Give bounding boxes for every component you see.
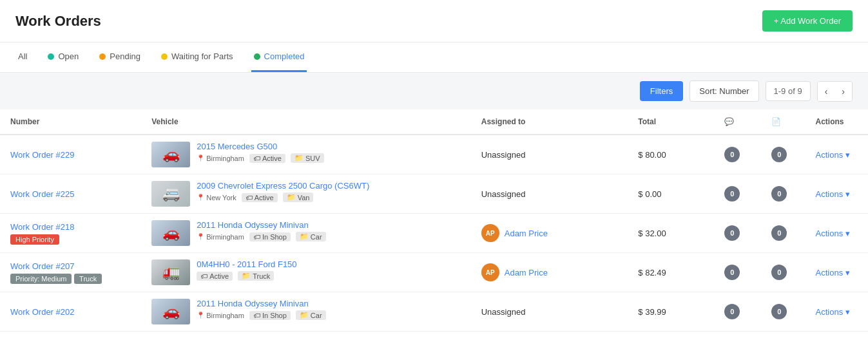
docs-cell: 0 (761, 174, 805, 214)
table-row: Work Order #218 High Priority 🚗 2011 Hon… (0, 214, 868, 253)
vehicle-name-link[interactable]: 2015 Mercedes G500 (197, 142, 323, 151)
priority-badge: High Priority (10, 234, 59, 245)
actions-link[interactable]: Actions ▾ (816, 150, 850, 160)
vehicle-type-icon: 🚗 (162, 146, 180, 163)
status-icon: 🏷 (253, 155, 260, 162)
total-cell: $ 0.00 (628, 174, 714, 214)
vehicle-cell: 🚛 0M4HH0 - 2011 Ford F150 🏷 Active 📁 Tru… (141, 253, 471, 292)
tab-bar: All Open Pending Waiting for Parts Compl… (0, 42, 868, 73)
tab-all[interactable]: All (15, 42, 30, 72)
comments-cell: 0 (714, 253, 761, 292)
assigned-cell: AP Adam Price (481, 224, 618, 242)
actions-link[interactable]: Actions ▾ (816, 229, 850, 238)
work-order-link[interactable]: Work Order #225 (10, 189, 131, 199)
tab-waiting-label: Waiting for Parts (171, 52, 233, 61)
vehicle-name-link[interactable]: 2011 Honda Odyssey Minivan (197, 220, 325, 230)
assigned-to-cell: Unassigned (471, 135, 628, 174)
total-cell: $ 420.00 (628, 332, 714, 339)
completed-dot (254, 53, 260, 60)
comments-count-badge: 0 (724, 265, 740, 280)
comments-count-badge: 0 (724, 186, 740, 202)
actions-cell: Actions ▾ (805, 292, 868, 332)
docs-count-badge: 0 (771, 265, 787, 280)
vehicle-thumbnail: 🚗 (151, 299, 190, 324)
docs-cell: 0 (761, 292, 805, 332)
assigned-to-cell: Unassigned (471, 174, 628, 214)
total-cell: $ 39.99 (628, 292, 714, 332)
vehicle-cell: 🚗 2011 Honda Odyssey Minivan 📍Birmingham… (141, 214, 471, 253)
work-orders-table-container: Number Vehicle Assigned to Total 💬 📄 Act… (0, 109, 868, 338)
work-order-link[interactable]: Work Order #202 (10, 307, 131, 317)
open-dot (48, 53, 54, 60)
vehicle-name-link[interactable]: 0M4HH0 - 2011 Ford F150 (197, 259, 296, 269)
actions-link[interactable]: Actions ▾ (816, 307, 850, 317)
actions-link[interactable]: Actions ▾ (816, 189, 850, 199)
vehicle-meta: 🏷 Active 📁 Truck (197, 271, 296, 281)
vehicle-type-icon: 🚗 (162, 303, 180, 320)
vehicle-cell: 🚗 2011 Honda Odyssey Minivan 📍Birmingham… (141, 292, 471, 332)
status-icon: 🏷 (200, 272, 207, 280)
assigned-to-cell: AP Adam Price (471, 214, 628, 253)
docs-count-badge: 0 (771, 304, 787, 319)
type-icon: 📁 (300, 311, 309, 319)
location-icon: 📍 (197, 233, 204, 240)
unassigned-label: Unassigned (481, 307, 526, 317)
work-order-link[interactable]: Work Order #207 (10, 261, 131, 271)
page-navigation: ‹ › (817, 81, 853, 102)
vehicle-thumbnail: 🚛 (151, 259, 190, 285)
work-order-link[interactable]: Work Order #229 (10, 150, 131, 160)
docs-count-badge: 0 (771, 147, 787, 162)
number-cell: Work Order #207 Priority: Medium Truck (0, 253, 141, 292)
docs-count-badge: 0 (771, 225, 787, 241)
tab-open[interactable]: Open (45, 42, 81, 72)
vehicle-info: 2011 Honda Odyssey Minivan 📍Birmingham 🏷… (197, 299, 325, 320)
vehicle-info: 2011 Honda Odyssey Minivan 📍Birmingham 🏷… (197, 220, 325, 241)
vehicle-thumbnail: 🚗 (151, 142, 190, 167)
assigned-to-cell: HC Holly Chaney (471, 332, 628, 339)
col-header-assigned: Assigned to (471, 109, 628, 135)
vehicle-info: 2015 Mercedes G500 📍Birmingham 🏷 Active … (197, 142, 323, 163)
work-order-link[interactable]: Work Order #218 (10, 222, 131, 232)
location-icon: 📍 (197, 312, 204, 319)
location-icon: 📍 (197, 155, 204, 162)
table-row: Work Order #225 🚐 2009 Chevrolet Express… (0, 174, 868, 214)
comment-icon: 💬 (724, 117, 734, 126)
total-cell: $ 82.49 (628, 253, 714, 292)
unassigned-label: Unassigned (481, 189, 526, 199)
vehicle-type-tag: 📁 Van (283, 192, 314, 202)
number-cell: Work Order #218 High Priority (0, 214, 141, 253)
tab-completed[interactable]: Completed (251, 42, 307, 72)
col-header-number: Number (0, 109, 141, 135)
vehicle-info: 0M4HH0 - 2011 Ford F150 🏷 Active 📁 Truck (197, 259, 296, 281)
add-work-order-button[interactable]: + Add Work Order (762, 10, 853, 32)
type-icon: 📁 (287, 193, 296, 202)
tab-pending[interactable]: Pending (97, 42, 143, 72)
vehicle-type-tag: 📁 Car (296, 310, 326, 320)
type-icon: 📁 (294, 154, 304, 162)
page-title: Work Orders (15, 13, 101, 30)
total-cell: $ 32.00 (628, 214, 714, 253)
tab-waiting[interactable]: Waiting for Parts (159, 42, 236, 72)
actions-link[interactable]: Actions ▾ (816, 268, 850, 277)
vehicle-name-link[interactable]: 2009 Chevrolet Express 2500 Cargo (CS6WT… (197, 181, 369, 191)
assigned-name-link[interactable]: Adam Price (505, 268, 548, 277)
location-icon: 📍 (197, 194, 204, 201)
prev-page-button[interactable]: ‹ (818, 82, 835, 101)
vehicle-type-tag: 📁 SUV (291, 153, 324, 163)
tab-completed-label: Completed (264, 52, 305, 61)
tab-all-label: All (18, 52, 27, 61)
actions-cell: Actions ▾ (805, 214, 868, 253)
comments-cell: 0 (714, 174, 761, 214)
assigned-name-link[interactable]: Adam Price (505, 229, 548, 238)
docs-cell: 0 (761, 214, 805, 253)
docs-cell: 0 (761, 135, 805, 174)
table-row: Work Order #8 Priority: Medium 🚗 2014 Au… (0, 332, 868, 339)
unassigned-label: Unassigned (481, 150, 526, 160)
vehicle-cell: 🚗 2015 Mercedes G500 📍Birmingham 🏷 Activ… (141, 135, 471, 174)
vehicle-name-link[interactable]: 2011 Honda Odyssey Minivan (197, 299, 325, 308)
sort-button[interactable]: Sort: Number (690, 80, 758, 102)
next-page-button[interactable]: › (834, 82, 852, 101)
col-header-comments: 💬 (714, 109, 761, 135)
filters-button[interactable]: Filters (640, 81, 683, 101)
type-icon: 📁 (300, 232, 309, 241)
